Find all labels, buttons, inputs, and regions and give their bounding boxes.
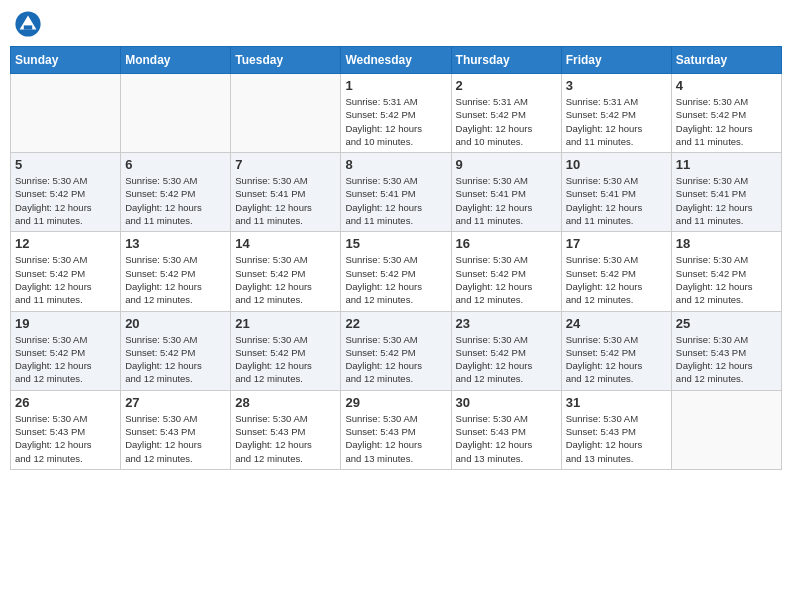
day-info: Sunrise: 5:30 AM Sunset: 5:43 PM Dayligh… bbox=[235, 412, 336, 465]
day-number: 22 bbox=[345, 316, 446, 331]
day-info: Sunrise: 5:30 AM Sunset: 5:41 PM Dayligh… bbox=[566, 174, 667, 227]
weekday-header: Friday bbox=[561, 47, 671, 74]
calendar-day-cell bbox=[671, 390, 781, 469]
calendar-day-cell: 22Sunrise: 5:30 AM Sunset: 5:42 PM Dayli… bbox=[341, 311, 451, 390]
day-number: 26 bbox=[15, 395, 116, 410]
day-number: 7 bbox=[235, 157, 336, 172]
weekday-header: Wednesday bbox=[341, 47, 451, 74]
day-info: Sunrise: 5:30 AM Sunset: 5:42 PM Dayligh… bbox=[676, 95, 777, 148]
calendar-day-cell bbox=[121, 74, 231, 153]
calendar-day-cell: 2Sunrise: 5:31 AM Sunset: 5:42 PM Daylig… bbox=[451, 74, 561, 153]
calendar-day-cell: 23Sunrise: 5:30 AM Sunset: 5:42 PM Dayli… bbox=[451, 311, 561, 390]
day-info: Sunrise: 5:30 AM Sunset: 5:43 PM Dayligh… bbox=[456, 412, 557, 465]
calendar-week-row: 19Sunrise: 5:30 AM Sunset: 5:42 PM Dayli… bbox=[11, 311, 782, 390]
day-number: 8 bbox=[345, 157, 446, 172]
day-number: 10 bbox=[566, 157, 667, 172]
day-number: 31 bbox=[566, 395, 667, 410]
calendar-day-cell: 25Sunrise: 5:30 AM Sunset: 5:43 PM Dayli… bbox=[671, 311, 781, 390]
day-number: 23 bbox=[456, 316, 557, 331]
day-number: 6 bbox=[125, 157, 226, 172]
day-number: 20 bbox=[125, 316, 226, 331]
day-info: Sunrise: 5:30 AM Sunset: 5:42 PM Dayligh… bbox=[456, 333, 557, 386]
calendar-day-cell: 1Sunrise: 5:31 AM Sunset: 5:42 PM Daylig… bbox=[341, 74, 451, 153]
day-info: Sunrise: 5:31 AM Sunset: 5:42 PM Dayligh… bbox=[456, 95, 557, 148]
day-info: Sunrise: 5:30 AM Sunset: 5:41 PM Dayligh… bbox=[456, 174, 557, 227]
calendar-day-cell: 18Sunrise: 5:30 AM Sunset: 5:42 PM Dayli… bbox=[671, 232, 781, 311]
day-info: Sunrise: 5:31 AM Sunset: 5:42 PM Dayligh… bbox=[345, 95, 446, 148]
weekday-header: Thursday bbox=[451, 47, 561, 74]
calendar-day-cell: 13Sunrise: 5:30 AM Sunset: 5:42 PM Dayli… bbox=[121, 232, 231, 311]
calendar-day-cell: 15Sunrise: 5:30 AM Sunset: 5:42 PM Dayli… bbox=[341, 232, 451, 311]
day-info: Sunrise: 5:30 AM Sunset: 5:42 PM Dayligh… bbox=[125, 174, 226, 227]
day-info: Sunrise: 5:30 AM Sunset: 5:43 PM Dayligh… bbox=[676, 333, 777, 386]
calendar-day-cell: 5Sunrise: 5:30 AM Sunset: 5:42 PM Daylig… bbox=[11, 153, 121, 232]
calendar-day-cell: 16Sunrise: 5:30 AM Sunset: 5:42 PM Dayli… bbox=[451, 232, 561, 311]
day-number: 24 bbox=[566, 316, 667, 331]
calendar-day-cell: 24Sunrise: 5:30 AM Sunset: 5:42 PM Dayli… bbox=[561, 311, 671, 390]
day-info: Sunrise: 5:30 AM Sunset: 5:42 PM Dayligh… bbox=[125, 333, 226, 386]
day-number: 28 bbox=[235, 395, 336, 410]
day-number: 13 bbox=[125, 236, 226, 251]
day-number: 4 bbox=[676, 78, 777, 93]
day-info: Sunrise: 5:30 AM Sunset: 5:42 PM Dayligh… bbox=[345, 333, 446, 386]
day-info: Sunrise: 5:30 AM Sunset: 5:41 PM Dayligh… bbox=[235, 174, 336, 227]
calendar-day-cell: 8Sunrise: 5:30 AM Sunset: 5:41 PM Daylig… bbox=[341, 153, 451, 232]
calendar-body: 1Sunrise: 5:31 AM Sunset: 5:42 PM Daylig… bbox=[11, 74, 782, 470]
calendar-day-cell: 19Sunrise: 5:30 AM Sunset: 5:42 PM Dayli… bbox=[11, 311, 121, 390]
day-info: Sunrise: 5:30 AM Sunset: 5:42 PM Dayligh… bbox=[15, 253, 116, 306]
weekday-row: SundayMondayTuesdayWednesdayThursdayFrid… bbox=[11, 47, 782, 74]
day-number: 5 bbox=[15, 157, 116, 172]
calendar-day-cell: 11Sunrise: 5:30 AM Sunset: 5:41 PM Dayli… bbox=[671, 153, 781, 232]
calendar-day-cell: 14Sunrise: 5:30 AM Sunset: 5:42 PM Dayli… bbox=[231, 232, 341, 311]
calendar-day-cell: 4Sunrise: 5:30 AM Sunset: 5:42 PM Daylig… bbox=[671, 74, 781, 153]
day-number: 21 bbox=[235, 316, 336, 331]
day-info: Sunrise: 5:30 AM Sunset: 5:42 PM Dayligh… bbox=[456, 253, 557, 306]
day-number: 12 bbox=[15, 236, 116, 251]
day-number: 1 bbox=[345, 78, 446, 93]
calendar-day-cell: 7Sunrise: 5:30 AM Sunset: 5:41 PM Daylig… bbox=[231, 153, 341, 232]
logo-icon bbox=[14, 10, 42, 38]
day-number: 9 bbox=[456, 157, 557, 172]
day-number: 2 bbox=[456, 78, 557, 93]
calendar-table: SundayMondayTuesdayWednesdayThursdayFrid… bbox=[10, 46, 782, 470]
weekday-header: Sunday bbox=[11, 47, 121, 74]
page-header bbox=[10, 10, 782, 38]
calendar-week-row: 5Sunrise: 5:30 AM Sunset: 5:42 PM Daylig… bbox=[11, 153, 782, 232]
calendar-week-row: 26Sunrise: 5:30 AM Sunset: 5:43 PM Dayli… bbox=[11, 390, 782, 469]
day-number: 16 bbox=[456, 236, 557, 251]
day-info: Sunrise: 5:30 AM Sunset: 5:43 PM Dayligh… bbox=[345, 412, 446, 465]
calendar-day-cell: 20Sunrise: 5:30 AM Sunset: 5:42 PM Dayli… bbox=[121, 311, 231, 390]
day-number: 30 bbox=[456, 395, 557, 410]
day-info: Sunrise: 5:31 AM Sunset: 5:42 PM Dayligh… bbox=[566, 95, 667, 148]
day-number: 17 bbox=[566, 236, 667, 251]
calendar-day-cell: 17Sunrise: 5:30 AM Sunset: 5:42 PM Dayli… bbox=[561, 232, 671, 311]
day-number: 25 bbox=[676, 316, 777, 331]
logo bbox=[14, 10, 46, 38]
day-info: Sunrise: 5:30 AM Sunset: 5:41 PM Dayligh… bbox=[345, 174, 446, 227]
weekday-header: Saturday bbox=[671, 47, 781, 74]
calendar-week-row: 12Sunrise: 5:30 AM Sunset: 5:42 PM Dayli… bbox=[11, 232, 782, 311]
calendar-day-cell: 28Sunrise: 5:30 AM Sunset: 5:43 PM Dayli… bbox=[231, 390, 341, 469]
day-info: Sunrise: 5:30 AM Sunset: 5:42 PM Dayligh… bbox=[235, 333, 336, 386]
calendar-day-cell: 30Sunrise: 5:30 AM Sunset: 5:43 PM Dayli… bbox=[451, 390, 561, 469]
calendar-day-cell: 12Sunrise: 5:30 AM Sunset: 5:42 PM Dayli… bbox=[11, 232, 121, 311]
calendar-day-cell bbox=[231, 74, 341, 153]
calendar-day-cell: 29Sunrise: 5:30 AM Sunset: 5:43 PM Dayli… bbox=[341, 390, 451, 469]
day-number: 3 bbox=[566, 78, 667, 93]
calendar-header: SundayMondayTuesdayWednesdayThursdayFrid… bbox=[11, 47, 782, 74]
day-info: Sunrise: 5:30 AM Sunset: 5:41 PM Dayligh… bbox=[676, 174, 777, 227]
calendar-day-cell: 6Sunrise: 5:30 AM Sunset: 5:42 PM Daylig… bbox=[121, 153, 231, 232]
day-info: Sunrise: 5:30 AM Sunset: 5:42 PM Dayligh… bbox=[235, 253, 336, 306]
day-info: Sunrise: 5:30 AM Sunset: 5:42 PM Dayligh… bbox=[15, 333, 116, 386]
calendar-day-cell: 21Sunrise: 5:30 AM Sunset: 5:42 PM Dayli… bbox=[231, 311, 341, 390]
calendar-day-cell: 10Sunrise: 5:30 AM Sunset: 5:41 PM Dayli… bbox=[561, 153, 671, 232]
day-number: 27 bbox=[125, 395, 226, 410]
day-info: Sunrise: 5:30 AM Sunset: 5:42 PM Dayligh… bbox=[676, 253, 777, 306]
svg-rect-2 bbox=[24, 25, 32, 29]
day-number: 14 bbox=[235, 236, 336, 251]
day-number: 18 bbox=[676, 236, 777, 251]
day-info: Sunrise: 5:30 AM Sunset: 5:43 PM Dayligh… bbox=[15, 412, 116, 465]
day-info: Sunrise: 5:30 AM Sunset: 5:42 PM Dayligh… bbox=[345, 253, 446, 306]
day-info: Sunrise: 5:30 AM Sunset: 5:42 PM Dayligh… bbox=[15, 174, 116, 227]
weekday-header: Tuesday bbox=[231, 47, 341, 74]
